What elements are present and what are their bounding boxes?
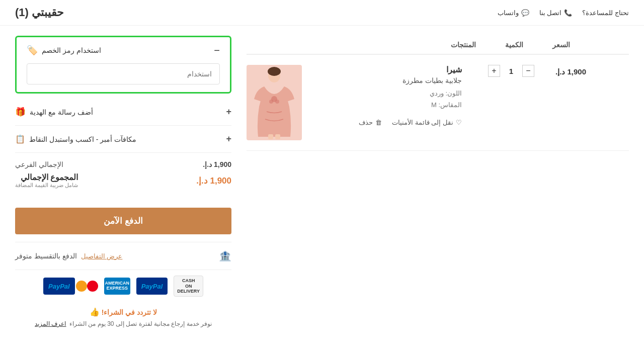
mastercard-badge [81,278,98,295]
product-actions: ♡ نقل إلى قائمة الأمنيات 🗑 حذف [309,114,462,131]
subtotal-row: 1,900 د.إ. الإجمالي الفرعي [15,160,231,168]
cash-on-delivery-badge: CASHONDELIVERY [174,278,203,295]
svg-point-4 [275,100,279,104]
svg-point-1 [268,67,281,76]
main-layout: − استخدام رمز الخصم 🏷️ + أضف رسالة مع ال… [0,26,644,341]
cart-summary: − استخدام رمز الخصم 🏷️ + أضف رسالة مع ال… [15,36,231,331]
rewards-icon: 📋 [15,134,25,144]
col-qty-header: الكمية [476,41,552,49]
col-products-header: المنتجات [247,41,476,49]
product-size: المقاس: M [309,99,462,111]
gift-section[interactable]: + أضف رسالة مع الهدية 🎁 [15,99,231,126]
plus-icon-rewards: + [226,134,231,144]
header-links: تحتاج للمساعدة؟ 📞 اتصل بنا 💬 واتساب [498,9,629,17]
grand-total-row: 1,900 د.إ. المجموع الإجمالي شامل ضريبة ا… [15,172,231,189]
product-info: شيرا جلابية بطيات مطرزة اللون: وردي المق… [309,65,467,140]
paypal-text-2: PayPal [48,283,70,290]
mc-red-circle [87,281,98,292]
quantity-increase-button[interactable]: + [488,65,500,77]
quantity-decrease-button[interactable]: − [522,65,534,77]
paypal-text-1: PayPal [141,283,163,290]
return-policy: لا تتردد في الشراء! 👍 نوفر خدمة إرجاع مج… [15,302,231,331]
return-title: لا تتردد في الشراء! 👍 [15,307,231,317]
discount-title: استخدام رمز الخصم [42,46,101,54]
heart-icon: ♡ [456,119,462,126]
amex-badge: AMERICANEXPRESS [104,278,130,295]
tag-icon: 🏷️ [27,45,38,56]
product-name: جلابية بطيات مطرزة [309,76,462,84]
size-value: M [431,101,437,109]
products-section: السعر الكمية المنتجات 1,900 د.إ. − 1 + ش… [247,36,629,331]
checkout-button[interactable]: الدفع الآمن [15,208,231,234]
product-brand: شيرا [309,65,462,74]
return-more-link[interactable]: اعرف المزيد [35,320,66,327]
whatsapp-icon: 💬 [521,9,529,17]
product-image [247,65,302,140]
quantity-control: − 1 + [474,65,548,77]
plus-icon-gift: + [226,107,231,117]
installment-row: 🏦 عرض التفاصيل الدفع بالتقسيط متوفر [15,242,231,270]
mc-orange-circle [76,281,87,292]
wishlist-label: نقل إلى قائمة الأمنيات [392,119,453,126]
return-text: نوفر خدمة إرجاع مجانية لفترة تصل إلى 30 … [15,319,231,329]
cash-icon: CASHONDELIVERY [174,276,203,297]
trash-icon: 🗑 [375,119,382,126]
site-header: تحتاج للمساعدة؟ 📞 اتصل بنا 💬 واتساب حقيب… [0,0,644,26]
installment-details-link[interactable]: عرض التفاصيل [81,252,123,260]
help-text: تحتاج للمساعدة؟ [582,9,629,17]
bank-icon: 🏦 [219,250,231,262]
whatsapp-link[interactable]: 💬 واتساب [498,9,529,17]
rewards-section[interactable]: + مكافآت أمبر - اكسب واستبدل النقاط 📋 [15,126,231,153]
contact-text: اتصل بنا [539,9,562,17]
amex-text: AMERICANEXPRESS [105,281,129,291]
product-price: 1,900 د.إ. [555,65,629,76]
discount-header: − استخدام رمز الخصم 🏷️ [27,45,220,56]
installment-label: الدفع بالتقسيط متوفر [15,252,77,260]
payment-icons: CASHONDELIVERY PayPal AMERICANEXPRESS Pa… [15,270,231,302]
svg-rect-6 [275,134,280,139]
contact-link[interactable]: 📞 اتصل بنا [539,9,573,17]
paypal-badge-2: PayPal [43,278,75,295]
rewards-label: مكافآت أمبر - اكسب واستبدل النقاط [29,135,136,143]
grand-total-label: المجموع الإجمالي [21,173,78,182]
subtotal-label: الإجمالي الفرعي [15,160,63,168]
col-price-header: السعر [552,41,629,49]
subtotal-value: 1,900 د.إ. [203,160,231,168]
return-title-text: لا تتردد في الشراء! [102,308,157,316]
size-label: المقاس: [438,101,462,109]
thumbs-up-icon: 👍 [90,308,100,316]
whatsapp-text: واتساب [498,9,519,17]
return-description: نوفر خدمة إرجاع مجانية لفترة تصل إلى 30 … [69,320,212,327]
delete-link[interactable]: 🗑 حذف [359,119,382,126]
cash-text: CASHONDELIVERY [177,278,200,294]
discount-section: − استخدام رمز الخصم 🏷️ [15,36,231,94]
collapse-discount-button[interactable]: − [214,45,220,55]
svg-point-3 [269,100,273,104]
table-header: السعر الكمية المنتجات [247,36,629,55]
page-title: حقيبتي (1) [15,6,64,19]
totals-section: 1,900 د.إ. الإجمالي الفرعي 1,900 د.إ. ال… [15,153,231,200]
color-value: وردي [430,90,444,97]
wishlist-link[interactable]: ♡ نقل إلى قائمة الأمنيات [392,119,462,126]
phone-icon: 📞 [564,9,572,17]
color-label: اللون: [445,90,462,97]
gift-label: أضف رسالة مع الهدية [30,108,93,116]
table-row: 1,900 د.إ. − 1 + شيرا جلابية بطيات مطرزة… [247,55,629,151]
gift-icon: 🎁 [15,107,26,117]
quantity-value: 1 [506,67,516,75]
svg-rect-5 [268,134,273,139]
grand-total-value: 1,900 د.إ. [196,175,231,186]
help-link[interactable]: تحتاج للمساعدة؟ [582,9,629,17]
delete-label: حذف [359,119,373,126]
product-color: اللون: وردي [309,87,462,99]
paypal-badge-1: PayPal [136,278,168,295]
discount-input[interactable] [27,63,220,84]
grand-total-desc: شامل ضريبة القيمة المضافة [15,182,78,189]
